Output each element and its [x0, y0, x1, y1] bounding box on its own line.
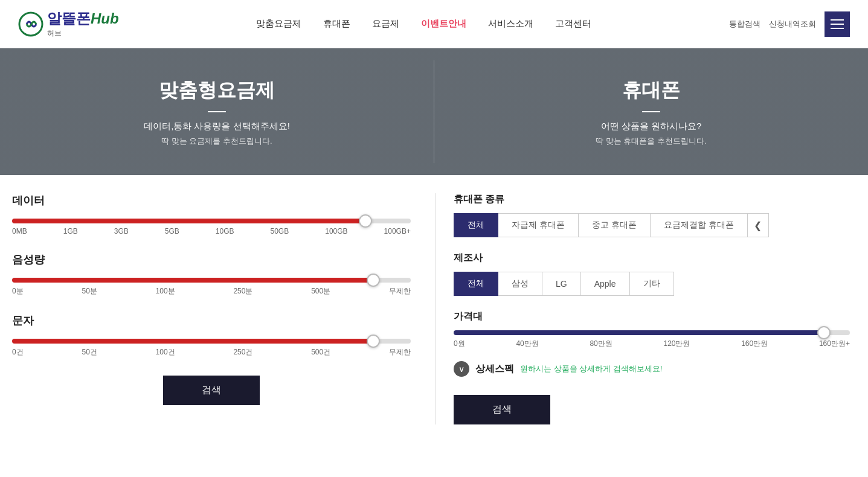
manufacturer-label: 제조사 — [454, 252, 850, 264]
manufacturer-btn-3[interactable]: Apple — [580, 272, 630, 296]
hero-left-title: 맞춤형요금제 — [159, 77, 275, 104]
voice-label-0: 0분 — [12, 286, 24, 296]
phone-type-buttons: 전체 자급제 휴대폰 중고 휴대폰 요금제결합 휴대폰 — [454, 213, 747, 237]
data-label-7: 100GB+ — [384, 227, 411, 235]
price-label-5: 160만원+ — [819, 339, 850, 349]
detail-spec-section: ∨ 상세스펙 원하시는 상품을 상세하게 검색해보세요! — [454, 361, 850, 377]
data-slider[interactable] — [12, 219, 411, 223]
voice-label-5: 무제한 — [389, 286, 411, 296]
nav-item-1[interactable]: 휴대폰 — [323, 18, 350, 28]
right-search-button[interactable]: 검색 — [454, 395, 550, 424]
left-panel: 데이터 0MB 1GB 3GB 5GB 10GB 50GB 100GB 100G… — [12, 193, 435, 424]
detail-spec-label: 상세스펙 — [475, 363, 514, 376]
sms-label: 문자 — [12, 313, 411, 328]
main-nav: 맞춤요금제 휴대폰 요금제 이벤트안내 서비스소개 고객센터 — [256, 18, 591, 30]
hamburger-line-2 — [831, 24, 844, 25]
price-label-2: 80만원 — [590, 339, 612, 349]
manufacturer-btn-2[interactable]: LG — [542, 272, 581, 296]
price-slider-labels: 0원 40만원 80만원 120만원 160만원 160만원+ — [454, 339, 850, 349]
data-label-1: 1GB — [63, 227, 78, 235]
logo-hub: Hub — [91, 10, 119, 27]
logo-icon — [18, 11, 43, 37]
manufacturer-btn-0[interactable]: 전체 — [454, 272, 498, 296]
voice-label-3: 250분 — [233, 286, 252, 296]
header: 알뜰폰Hub 허브 맞춤요금제 휴대폰 요금제 이벤트안내 서비스소개 고객센터… — [0, 0, 868, 48]
right-panel: 휴대폰 종류 전체 자급제 휴대폰 중고 휴대폰 요금제결합 휴대폰 ❮ 제조사… — [435, 193, 850, 424]
phone-type-section: 휴대폰 종류 전체 자급제 휴대폰 중고 휴대폰 요금제결합 휴대폰 ❮ — [454, 193, 850, 237]
hero-left-divider — [208, 111, 226, 112]
main-content: 데이터 0MB 1GB 3GB 5GB 10GB 50GB 100GB 100G… — [0, 175, 868, 443]
voice-label-4: 500분 — [311, 286, 330, 296]
phone-type-btn-3[interactable]: 요금제결합 휴대폰 — [650, 213, 748, 237]
hero-right-desc: 딱 맞는 휴대폰을 추천드립니다. — [596, 136, 706, 147]
price-label: 가격대 — [454, 310, 850, 323]
data-label-3: 5GB — [165, 227, 179, 235]
nav-item-2[interactable]: 요금제 — [372, 18, 399, 28]
sms-label-4: 500건 — [311, 347, 330, 357]
data-label-4: 10GB — [216, 227, 234, 235]
sms-slider-section: 문자 0건 50건 100건 250건 500건 무제한 — [12, 313, 411, 357]
phone-type-btn-0[interactable]: 전체 — [454, 213, 498, 237]
sms-label-1: 50건 — [82, 347, 97, 357]
data-label-6: 100GB — [325, 227, 347, 235]
data-label-0: 0MB — [12, 227, 27, 235]
left-search-button[interactable]: 검색 — [163, 376, 260, 405]
nav-item-3[interactable]: 이벤트안내 — [421, 18, 466, 28]
hero-right-title: 휴대폰 — [622, 77, 680, 104]
chevron-left-icon: ❮ — [754, 220, 762, 231]
manufacturer-buttons: 전체 삼성 LG Apple 기타 — [454, 272, 850, 296]
manufacturer-btn-4[interactable]: 기타 — [629, 272, 674, 296]
sms-label-2: 100건 — [156, 347, 175, 357]
sms-label-3: 250건 — [233, 347, 252, 357]
hero-left-subtitle: 데이터,통화 사용량을 선택해주세요! — [144, 121, 290, 132]
hamburger-button[interactable] — [825, 11, 850, 37]
nav-item-4[interactable]: 서비스소개 — [488, 18, 533, 28]
logo-sub: 허브 — [47, 28, 119, 39]
hero-right-subtitle: 어떤 상품을 원하시나요? — [601, 121, 702, 132]
nav-item-5[interactable]: 고객센터 — [555, 18, 591, 28]
hero-right: 휴대폰 어떤 상품을 원하시나요? 딱 맞는 휴대폰을 추천드립니다. — [434, 48, 868, 175]
data-slider-labels: 0MB 1GB 3GB 5GB 10GB 50GB 100GB 100GB+ — [12, 227, 411, 235]
price-label-1: 40만원 — [516, 339, 538, 349]
hero-banner: 맞춤형요금제 데이터,통화 사용량을 선택해주세요! 딱 맞는 요금제를 추천드… — [0, 48, 868, 175]
manufacturer-btn-1[interactable]: 삼성 — [498, 272, 542, 296]
hamburger-line-1 — [831, 19, 844, 21]
phone-type-scroll-button[interactable]: ❮ — [747, 213, 769, 237]
nav-item-0[interactable]: 맞춤요금제 — [256, 18, 301, 28]
price-label-0: 0원 — [454, 339, 465, 349]
voice-label-2: 100분 — [156, 286, 175, 296]
phone-type-btn-1[interactable]: 자급제 휴대폰 — [498, 213, 579, 237]
data-label: 데이터 — [12, 193, 411, 208]
sms-slider[interactable] — [12, 339, 411, 344]
header-right: 통합검색 신청내역조회 — [729, 11, 850, 37]
detail-spec-desc: 원하시는 상품을 상세하게 검색해보세요! — [520, 363, 662, 374]
voice-slider-section: 음성량 0분 50분 100분 250분 500분 무제한 — [12, 252, 411, 296]
logo[interactable]: 알뜰폰Hub 허브 — [18, 9, 119, 39]
price-label-4: 160만원 — [741, 339, 768, 349]
chevron-down-icon: ∨ — [458, 364, 465, 374]
hero-left: 맞춤형요금제 데이터,통화 사용량을 선택해주세요! 딱 맞는 요금제를 추천드… — [0, 48, 434, 175]
sms-slider-labels: 0건 50건 100건 250건 500건 무제한 — [12, 347, 411, 357]
hero-left-desc: 딱 맞는 요금제를 추천드립니다. — [161, 136, 272, 147]
price-slider[interactable] — [454, 330, 850, 335]
detail-spec-icon[interactable]: ∨ — [454, 361, 469, 377]
data-label-2: 3GB — [114, 227, 129, 235]
price-label-3: 120만원 — [663, 339, 690, 349]
hamburger-line-3 — [831, 28, 844, 29]
voice-slider[interactable] — [12, 278, 411, 283]
price-section: 가격대 0원 40만원 80만원 120만원 160만원 160만원+ — [454, 310, 850, 349]
inquiry-link[interactable]: 신청내역조회 — [769, 19, 816, 30]
phone-type-buttons-row: 전체 자급제 휴대폰 중고 휴대폰 요금제결합 휴대폰 ❮ — [454, 213, 850, 237]
search-link[interactable]: 통합검색 — [729, 19, 760, 30]
phone-type-btn-2[interactable]: 중고 휴대폰 — [578, 213, 651, 237]
manufacturer-section: 제조사 전체 삼성 LG Apple 기타 — [454, 252, 850, 296]
data-label-5: 50GB — [271, 227, 289, 235]
sms-label-5: 무제한 — [389, 347, 411, 357]
phone-type-label: 휴대폰 종류 — [454, 193, 850, 206]
data-slider-section: 데이터 0MB 1GB 3GB 5GB 10GB 50GB 100GB 100G… — [12, 193, 411, 235]
hero-right-divider — [642, 111, 660, 112]
sms-label-0: 0건 — [12, 347, 24, 357]
voice-label-1: 50분 — [82, 286, 97, 296]
logo-text: 알뜰폰 — [47, 10, 91, 27]
voice-label: 음성량 — [12, 252, 411, 267]
